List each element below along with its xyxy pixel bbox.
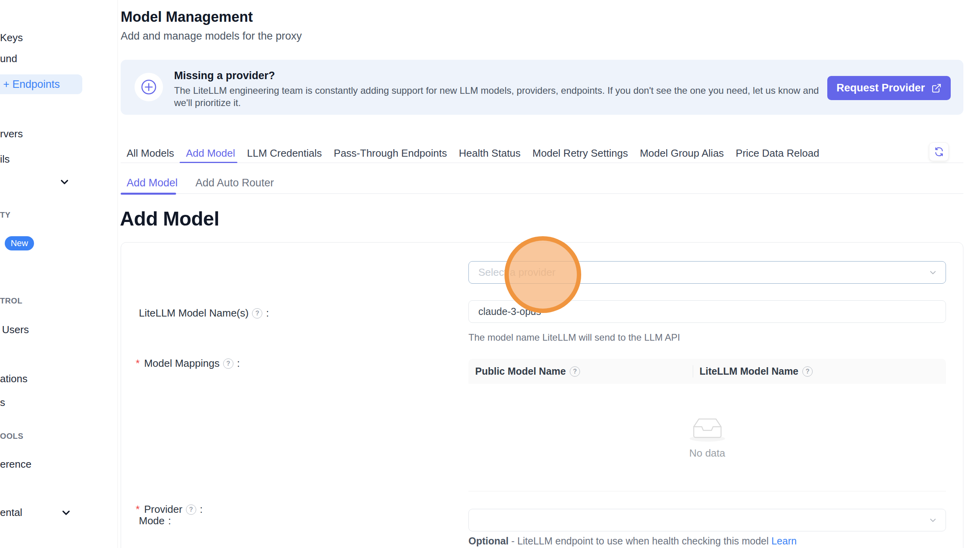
provider-label-text: Provider — [144, 503, 182, 516]
learn-link[interactable]: Learn — [771, 535, 797, 546]
sidebar-section-tools: OOLS — [0, 430, 23, 442]
request-provider-button[interactable]: Request Provider — [827, 76, 951, 100]
banner-body-line2: we'll prioritize it. — [174, 97, 241, 108]
provider-label: * Provider ? : — [136, 503, 203, 516]
mode-label: Mode : — [139, 515, 171, 527]
tab-add-model[interactable]: Add Model — [186, 144, 235, 163]
provider-placeholder: Select a provider — [478, 266, 555, 279]
sidebar-section-ty: TY — [0, 209, 11, 220]
litellm-model-name-header: LiteLLM Model Name — [699, 366, 798, 377]
mode-helper: Optional - LiteLLM endpoint to use when … — [468, 535, 797, 547]
label-colon: : — [200, 503, 203, 516]
sidebar: Keys und + Endpoints rvers ils TY New TR… — [0, 0, 118, 548]
model-name-helper: The model name LiteLLM will send to the … — [468, 332, 680, 343]
sidebar-item-reference[interactable]: erence — [0, 457, 32, 471]
chevron-down-icon — [928, 268, 938, 277]
question-circle-icon[interactable]: ? — [186, 504, 196, 515]
no-data-text: No data — [689, 447, 725, 459]
add-model-heading: Add Model — [120, 207, 219, 230]
plus-circle-icon — [135, 73, 163, 101]
page-subtitle: Add and manage models for the proxy — [121, 30, 302, 42]
external-link-icon — [931, 83, 942, 93]
tab-pass-through-endpoints[interactable]: Pass-Through Endpoints — [334, 144, 447, 163]
sidebar-item-users[interactable]: Users — [2, 322, 29, 337]
banner-title: Missing a provider? — [174, 70, 275, 82]
model-name-input[interactable] — [468, 300, 946, 323]
column-public-model-name: Public Model Name ? — [468, 366, 693, 377]
provider-select[interactable]: Select a provider — [468, 261, 946, 284]
question-circle-icon[interactable]: ? — [802, 366, 813, 377]
sidebar-item-ils[interactable]: ils — [0, 152, 10, 166]
mode-select[interactable] — [468, 509, 946, 531]
request-provider-label: Request Provider — [836, 82, 925, 94]
model-mappings-table: Public Model Name ? LiteLLM Model Name ?… — [468, 359, 946, 491]
active-subtab-underline — [121, 193, 176, 195]
sidebar-item-keys[interactable]: Keys — [0, 30, 23, 45]
add-model-card: * Provider ? : Select a provider LiteLLM… — [121, 242, 963, 548]
required-asterisk: * — [136, 503, 140, 516]
page-title: Model Management — [121, 9, 253, 25]
model-mappings-label: * Model Mappings ? : — [136, 357, 240, 370]
subtab-add-auto-router[interactable]: Add Auto Router — [195, 173, 274, 194]
sidebar-item-experimental[interactable]: ental — [0, 505, 22, 520]
label-colon: : — [237, 357, 240, 370]
mode-helper-text: - LiteLLM endpoint to use when health ch… — [508, 535, 771, 546]
model-name-label-text: LiteLLM Model Name(s) — [139, 307, 248, 319]
mappings-table-empty-state: No data — [468, 384, 946, 491]
sidebar-item-s[interactable]: s — [0, 395, 5, 410]
tab-llm-credentials[interactable]: LLM Credentials — [247, 144, 322, 163]
chevron-down-icon — [928, 516, 938, 525]
tab-health-status[interactable]: Health Status — [459, 144, 521, 163]
column-litellm-model-name: LiteLLM Model Name ? — [693, 366, 946, 377]
add-model-subtabs: Add Model Add Auto Router — [121, 173, 963, 194]
mode-label-text: Mode — [139, 515, 165, 527]
tab-model-group-alias[interactable]: Model Group Alias — [640, 144, 724, 163]
sidebar-item-playground[interactable]: und — [0, 51, 17, 66]
column-divider — [693, 365, 693, 377]
chevron-down-icon[interactable] — [59, 176, 70, 188]
question-circle-icon[interactable]: ? — [252, 308, 262, 319]
new-badge[interactable]: New — [5, 236, 34, 250]
sidebar-section-control: TROL — [0, 295, 23, 306]
required-asterisk: * — [136, 357, 140, 370]
inbox-icon — [688, 415, 726, 442]
sync-icon — [934, 146, 944, 157]
public-model-name-header: Public Model Name — [475, 366, 566, 377]
mappings-table-header: Public Model Name ? LiteLLM Model Name ? — [468, 359, 946, 384]
model-tabs: All Models Add Model LLM Credentials Pas… — [121, 144, 963, 163]
label-colon: : — [266, 307, 269, 319]
label-colon: : — [168, 515, 171, 527]
chevron-down-icon[interactable] — [60, 507, 72, 519]
sidebar-item-models-endpoints[interactable]: + Endpoints — [0, 74, 82, 94]
subtab-add-model[interactable]: Add Model — [127, 173, 178, 194]
question-circle-icon[interactable]: ? — [223, 358, 233, 369]
banner-body-line1: The LiteLLM engineering team is constant… — [174, 85, 819, 96]
model-name-label: LiteLLM Model Name(s) ? : — [139, 307, 269, 319]
mode-helper-bold: Optional — [468, 535, 508, 546]
tab-price-data-reload[interactable]: Price Data Reload — [736, 144, 819, 163]
refresh-button[interactable] — [929, 142, 949, 161]
question-circle-icon[interactable]: ? — [570, 366, 580, 377]
model-mappings-label-text: Model Mappings — [144, 357, 220, 370]
sidebar-item-organizations[interactable]: ations — [0, 372, 27, 386]
missing-provider-banner: Missing a provider? The LiteLLM engineer… — [121, 60, 963, 115]
tab-model-retry-settings[interactable]: Model Retry Settings — [533, 144, 628, 163]
tab-all-models[interactable]: All Models — [127, 144, 174, 163]
sidebar-item-servers[interactable]: rvers — [0, 127, 23, 141]
